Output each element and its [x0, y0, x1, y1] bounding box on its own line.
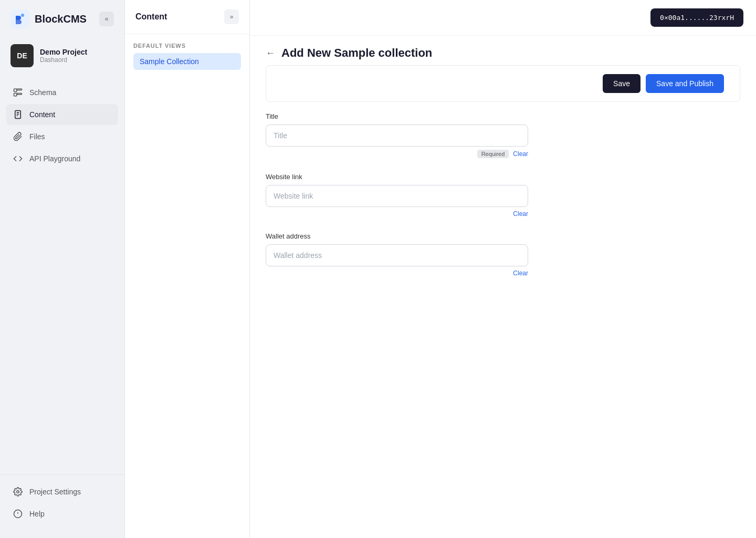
title-field-actions: Required Clear [266, 150, 528, 158]
nav-items: Schema Content Files [0, 78, 124, 474]
sample-collection-item[interactable]: Sample Collection [133, 53, 241, 70]
content-icon [13, 109, 23, 120]
views-section: DEFAULT VIEWS Sample Collection [125, 34, 249, 74]
sidebar-item-api-playground-label: API Playground [29, 154, 80, 163]
help-label: Help [29, 510, 45, 518]
sidebar-item-schema-label: Schema [29, 88, 56, 97]
settings-icon [13, 487, 23, 497]
project-info: DE Demo Project Dashaord [0, 38, 124, 74]
schema-icon [13, 87, 23, 98]
svg-rect-5 [17, 94, 22, 95]
svg-point-10 [17, 491, 19, 493]
project-avatar: DE [10, 44, 34, 67]
app-name: BlockCMS [35, 13, 87, 25]
help-icon [13, 509, 23, 519]
sidebar: BlockCMS « DE Demo Project Dashaord Sche… [0, 0, 125, 538]
save-and-publish-button[interactable]: Save and Publish [646, 74, 724, 93]
back-button[interactable]: ← [266, 48, 275, 59]
wallet-address-clear-button[interactable]: Clear [513, 270, 528, 277]
views-label: DEFAULT VIEWS [133, 43, 241, 49]
website-link-label: Website link [266, 173, 740, 181]
content-panel: Content » DEFAULT VIEWS Sample Collectio… [125, 0, 250, 538]
wallet-badge: 0×00a1......23rxrH [650, 8, 743, 27]
svg-rect-2 [14, 89, 17, 91]
title-input[interactable] [266, 125, 528, 147]
website-link-field-actions: Clear [266, 210, 528, 218]
top-bar: 0×00a1......23rxrH [250, 0, 756, 36]
panel-collapse-button[interactable]: » [224, 9, 239, 24]
svg-rect-3 [17, 89, 22, 90]
logo-icon [10, 9, 29, 28]
project-name: Demo Project [40, 48, 87, 56]
sidebar-item-schema[interactable]: Schema [6, 82, 118, 103]
title-field: Title Required Clear [266, 112, 740, 158]
sidebar-item-project-settings[interactable]: Project Settings [6, 481, 118, 502]
website-link-clear-button[interactable]: Clear [513, 210, 528, 218]
required-badge: Required [477, 150, 509, 158]
svg-rect-1 [21, 14, 24, 17]
wallet-address-field: Wallet address Clear [266, 232, 740, 277]
page-header: ← Add New Sample collection [250, 36, 756, 65]
project-subtitle: Dashaord [40, 56, 87, 64]
title-label: Title [266, 112, 740, 120]
save-button[interactable]: Save [603, 74, 640, 93]
sidebar-item-content[interactable]: Content [6, 104, 118, 125]
main-content: 0×00a1......23rxrH ← Add New Sample coll… [250, 0, 756, 538]
svg-rect-4 [14, 94, 17, 96]
content-panel-title: Content [135, 12, 219, 22]
wallet-address-label: Wallet address [266, 232, 740, 240]
wallet-address-field-actions: Clear [266, 270, 528, 277]
project-settings-label: Project Settings [29, 488, 81, 496]
sidebar-item-help[interactable]: Help [6, 503, 118, 524]
files-icon [13, 131, 23, 142]
sidebar-bottom: Project Settings Help [0, 474, 124, 538]
form-toolbar: Save Save and Publish [266, 65, 740, 102]
sidebar-collapse-button[interactable]: « [99, 12, 114, 26]
sidebar-item-content-label: Content [29, 110, 55, 119]
website-link-input[interactable] [266, 185, 528, 207]
title-clear-button[interactable]: Clear [513, 150, 528, 158]
sidebar-item-files[interactable]: Files [6, 126, 118, 147]
sidebar-item-api-playground[interactable]: API Playground [6, 148, 118, 169]
page-title: Add New Sample collection [281, 46, 432, 60]
sidebar-item-files-label: Files [29, 132, 45, 141]
sidebar-header: BlockCMS « [0, 0, 124, 38]
form-content: Title Required Clear Website link Clear … [250, 112, 756, 292]
api-icon [13, 153, 23, 164]
project-details: Demo Project Dashaord [40, 48, 87, 64]
website-link-field: Website link Clear [266, 173, 740, 218]
wallet-address-input[interactable] [266, 244, 528, 266]
content-panel-header: Content » [125, 0, 249, 34]
